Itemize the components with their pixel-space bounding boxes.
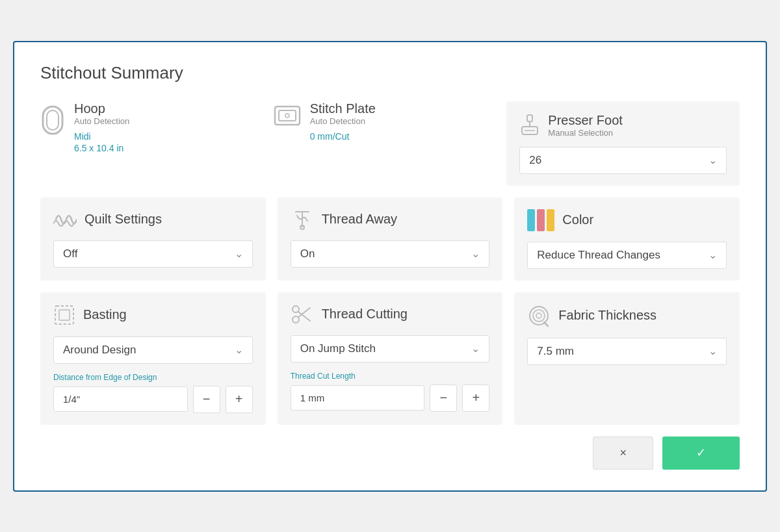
thread-cutting-increment-button[interactable]: + (462, 385, 489, 412)
thread-cutting-selected: On Jump Stitch (300, 342, 376, 355)
basting-decrement-button[interactable]: − (193, 386, 220, 413)
fabric-thickness-icon (527, 304, 551, 327)
thread-cutting-select[interactable]: On Jump Stitch ⌄ (291, 335, 490, 362)
presser-foot-icon (519, 114, 540, 137)
thread-away-card: Thread Away On ⌄ (278, 197, 503, 281)
hoop-value2: 6.5 x 10.4 in (74, 143, 129, 153)
basting-stepper: 1/4" − + (53, 386, 253, 413)
presser-foot-card: Presser Foot Manual Selection 26 ⌄ (506, 101, 740, 186)
hoop-icon (40, 104, 65, 136)
fabric-thickness-select[interactable]: 7.5 mm ⌄ (527, 338, 727, 365)
fabric-thickness-label: Fabric Thickness (558, 308, 656, 323)
thread-cutting-stepper: 1 mm − + (291, 385, 490, 412)
svg-line-20 (544, 322, 548, 326)
quilt-settings-icon (53, 209, 77, 230)
basting-select[interactable]: Around Design ⌄ (53, 336, 253, 364)
thread-cutting-decrement-button[interactable]: − (430, 385, 457, 412)
thread-away-selected: On (300, 247, 315, 260)
quilt-settings-label: Quilt Settings (84, 212, 162, 227)
hoop-value1: Midi (74, 131, 129, 142)
color-card: Color Reduce Thread Changes ⌄ (514, 197, 740, 281)
svg-point-18 (533, 310, 545, 322)
stitch-plate-label: Stitch Plate (310, 101, 376, 116)
presser-foot-sublabel: Manual Selection (548, 128, 622, 138)
stitch-plate-sublabel: Auto Detection (310, 116, 376, 126)
presser-foot-selected: 26 (529, 154, 541, 167)
chevron-down-icon: ⌄ (471, 247, 480, 260)
svg-rect-5 (527, 115, 532, 121)
color-selected: Reduce Thread Changes (537, 249, 660, 262)
hoop-sublabel: Auto Detection (74, 116, 129, 126)
color-bars-icon (527, 209, 554, 231)
svg-point-4 (285, 114, 289, 118)
thread-cutting-icon (291, 304, 314, 325)
color-select[interactable]: Reduce Thread Changes ⌄ (527, 242, 727, 269)
basting-selected: Around Design (63, 344, 136, 357)
hoop-label: Hoop (74, 101, 129, 116)
chevron-down-icon: ⌄ (235, 247, 243, 260)
basting-increment-button[interactable]: + (226, 386, 253, 413)
color-label: Color (562, 212, 593, 227)
chevron-down-icon: ⌄ (235, 344, 243, 356)
basting-value: 1/4" (53, 386, 188, 412)
confirm-button[interactable]: ✓ (662, 437, 740, 470)
thread-cutting-sub-label: Thread Cut Length (291, 372, 490, 381)
thread-cutting-card: Thread Cutting On Jump Stitch ⌄ Thread C… (278, 292, 503, 425)
stitchout-dialog: Stitchout Summary Hoop Auto Detection Mi… (13, 41, 767, 492)
stitch-plate-block: Stitch Plate Auto Detection 0 mm/Cut (274, 101, 507, 186)
chevron-down-icon: ⌄ (471, 342, 480, 355)
presser-foot-select[interactable]: 26 ⌄ (519, 147, 727, 174)
presser-foot-label: Presser Foot (548, 113, 622, 128)
hoop-block: Hoop Auto Detection Midi 6.5 x 10.4 in (40, 101, 274, 186)
basting-sub-label: Distance from Edge of Design (53, 373, 253, 382)
stitch-plate-icon (274, 104, 301, 127)
quilt-settings-selected: Off (63, 247, 77, 260)
dialog-footer: × ✓ (40, 437, 740, 470)
thread-cutting-value: 1 mm (291, 385, 425, 411)
svg-rect-3 (279, 110, 296, 121)
page-title: Stitchout Summary (40, 63, 740, 83)
thread-away-icon (291, 209, 314, 230)
svg-point-19 (536, 313, 541, 318)
chevron-down-icon: ⌄ (708, 345, 717, 357)
chevron-down-icon: ⌄ (708, 154, 717, 166)
quilt-settings-card: Quilt Settings Off ⌄ (40, 197, 266, 281)
basting-label: Basting (83, 307, 127, 322)
basting-card: Basting Around Design ⌄ Distance from Ed… (40, 292, 266, 425)
thread-away-select[interactable]: On ⌄ (291, 240, 490, 268)
basting-icon (53, 304, 75, 326)
svg-point-17 (530, 307, 548, 325)
chevron-down-icon: ⌄ (708, 249, 717, 261)
thread-away-label: Thread Away (322, 212, 397, 227)
fabric-thickness-selected: 7.5 mm (537, 345, 574, 358)
svg-rect-1 (47, 110, 58, 130)
thread-cutting-label: Thread Cutting (322, 307, 408, 322)
quilt-settings-select[interactable]: Off ⌄ (53, 240, 253, 268)
stitch-plate-value: 0 mm/Cut (310, 131, 376, 142)
fabric-thickness-card: Fabric Thickness 7.5 mm ⌄ (514, 292, 740, 425)
svg-rect-11 (55, 306, 73, 324)
cancel-button[interactable]: × (593, 437, 653, 470)
svg-rect-12 (59, 310, 70, 320)
